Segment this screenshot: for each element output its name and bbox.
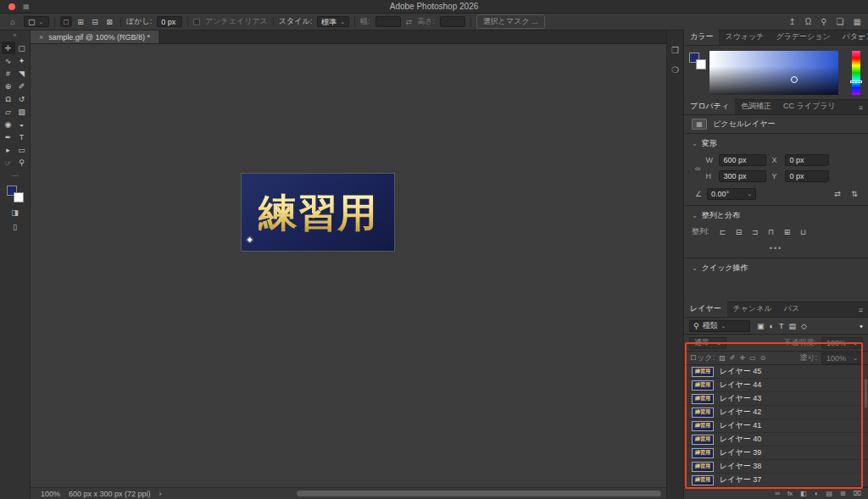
layer-group-icon[interactable]: ▤ bbox=[826, 490, 833, 497]
window-close-button[interactable] bbox=[8, 3, 15, 10]
height-input[interactable] bbox=[440, 16, 465, 27]
panel-tab[interactable]: パターン bbox=[837, 29, 868, 45]
layers-scrollbar[interactable] bbox=[865, 379, 867, 408]
canvas-image[interactable]: 練習用 ✦ bbox=[242, 174, 394, 251]
panel-tab[interactable]: カラー bbox=[684, 29, 719, 45]
layer-row[interactable]: 練習用 レイヤー 40 bbox=[684, 433, 868, 446]
dodge-tool[interactable]: ◒ bbox=[15, 118, 29, 130]
pen-tool[interactable]: ✒ bbox=[2, 130, 15, 143]
align-middle-icon[interactable]: ⊞ bbox=[782, 226, 793, 237]
filter-pixel-layers-icon[interactable]: ▣ bbox=[757, 322, 765, 330]
canvas[interactable]: 練習用 ✦ bbox=[31, 44, 666, 487]
lock-pixels-icon[interactable]: ✐ bbox=[730, 354, 736, 362]
panel-menu-icon[interactable]: ≡ bbox=[859, 34, 863, 42]
panel-tab[interactable]: チャンネル bbox=[727, 301, 778, 317]
more-options-icon[interactable]: ••• bbox=[692, 244, 860, 252]
layer-row[interactable]: 練習用 レイヤー 45 bbox=[684, 365, 868, 379]
color-swatches[interactable] bbox=[689, 53, 706, 69]
history-brush-tool[interactable]: ↺ bbox=[15, 92, 29, 105]
transform-section-header[interactable]: ⌄ 変形 bbox=[692, 138, 860, 149]
layer-row[interactable]: 練習用 レイヤー 44 bbox=[684, 379, 868, 392]
filter-group-layers-icon[interactable]: ▤ bbox=[788, 322, 796, 330]
blur-tool[interactable]: ◉ bbox=[2, 118, 15, 130]
background-color-swatch[interactable] bbox=[696, 59, 706, 69]
rotation-angle-field[interactable]: 0.00° ⌄ bbox=[707, 188, 756, 200]
lock-all-icon[interactable]: ⊙ bbox=[760, 354, 766, 362]
intersect-selection-icon[interactable]: ⊠ bbox=[103, 16, 115, 27]
layer-list[interactable]: 練習用 レイヤー 45 練習用 レイヤー 44 練習用 レイヤー 43 bbox=[684, 365, 868, 487]
new-selection-icon[interactable]: □ bbox=[60, 16, 72, 27]
horizontal-scrollbar[interactable] bbox=[297, 491, 661, 496]
panel-tab[interactable]: グラデーション bbox=[770, 29, 836, 45]
panel-tab[interactable]: 色調補正 bbox=[735, 98, 777, 114]
height-field[interactable]: 300 px bbox=[719, 170, 766, 182]
lock-transparency-icon[interactable]: ▨ bbox=[719, 354, 726, 362]
quick-selection-tool[interactable]: ✦ bbox=[15, 54, 29, 67]
flip-vertical-icon[interactable]: ⇅ bbox=[849, 189, 860, 200]
align-bottom-icon[interactable]: ⊔ bbox=[798, 226, 810, 237]
history-panel-icon[interactable]: ❐ bbox=[671, 46, 679, 55]
antialias-checkbox[interactable] bbox=[193, 19, 200, 25]
color-swatches[interactable] bbox=[7, 186, 24, 202]
panel-tab[interactable]: パス bbox=[778, 301, 805, 317]
filter-toggle-icon[interactable]: ● bbox=[860, 323, 863, 329]
layer-row[interactable]: 練習用 レイヤー 37 bbox=[684, 474, 868, 487]
workspace-switcher-icon[interactable]: ▦ bbox=[854, 17, 861, 26]
quick-mask-icon[interactable]: ◨ bbox=[11, 208, 19, 217]
eyedropper-tool[interactable]: ◥ bbox=[15, 67, 29, 80]
lasso-tool[interactable]: ∿ bbox=[2, 54, 15, 67]
hue-slider[interactable] bbox=[852, 51, 860, 95]
panel-menu-icon[interactable]: ≡ bbox=[859, 306, 863, 314]
hue-slider-marker[interactable] bbox=[850, 80, 862, 83]
home-icon[interactable]: ⌂ bbox=[7, 16, 19, 27]
tool-preset-picker[interactable]: ▢ ⌄ bbox=[24, 16, 49, 27]
blend-mode-dropdown[interactable]: 通常 ⌄ bbox=[689, 337, 726, 349]
style-dropdown[interactable]: 標準 ⌄ bbox=[317, 16, 349, 27]
toolbar-toggle-icon[interactable]: » bbox=[14, 31, 17, 40]
align-left-icon[interactable]: ⊏ bbox=[717, 226, 729, 237]
zoom-level[interactable]: 100% bbox=[41, 490, 60, 498]
opacity-field[interactable]: 100% ⌄ bbox=[821, 337, 863, 349]
close-tab-icon[interactable]: × bbox=[39, 33, 43, 42]
layer-row[interactable]: 練習用 レイヤー 38 bbox=[684, 460, 868, 474]
share-icon[interactable]: ↥ bbox=[788, 17, 795, 26]
gradient-tool[interactable]: ▧ bbox=[15, 105, 29, 118]
add-to-selection-icon[interactable]: ⊞ bbox=[75, 16, 86, 27]
layer-row[interactable]: 練習用 レイヤー 43 bbox=[684, 392, 868, 406]
brush-tool[interactable]: ✐ bbox=[15, 80, 29, 92]
align-top-icon[interactable]: ⊓ bbox=[765, 226, 777, 237]
feather-input[interactable]: 0 px bbox=[157, 16, 182, 27]
eraser-tool[interactable]: ▱ bbox=[2, 105, 15, 118]
status-chevron-icon[interactable]: › bbox=[159, 490, 162, 498]
width-input[interactable] bbox=[376, 16, 401, 27]
filter-adjustment-layers-icon[interactable]: ◐ bbox=[770, 322, 774, 330]
comments-panel-icon[interactable]: ❍ bbox=[671, 65, 679, 75]
clone-stamp-tool[interactable]: Ω bbox=[2, 92, 15, 105]
layer-row[interactable]: 練習用 レイヤー 41 bbox=[684, 419, 868, 433]
align-right-icon[interactable]: ⊐ bbox=[749, 226, 761, 237]
crop-tool[interactable]: # bbox=[2, 67, 15, 80]
exchange-dimensions-icon[interactable]: ⇄ bbox=[406, 18, 413, 26]
zoom-tool[interactable]: ⚲ bbox=[15, 156, 29, 169]
layer-effects-icon[interactable]: fx bbox=[787, 490, 793, 497]
x-field[interactable]: 0 px bbox=[785, 154, 829, 166]
align-section-header[interactable]: ⌄ 整列と分布 bbox=[692, 210, 860, 221]
edit-toolbar-icon[interactable]: ⋯ bbox=[12, 172, 19, 180]
panel-tab[interactable]: CC ライブラリ bbox=[777, 98, 842, 114]
delete-layer-icon[interactable]: ⌧ bbox=[854, 490, 861, 497]
saturation-brightness-field[interactable] bbox=[709, 51, 838, 95]
width-field[interactable]: 600 px bbox=[719, 154, 766, 166]
lock-position-icon[interactable]: ✛ bbox=[739, 354, 745, 362]
hand-tool[interactable]: ☞ bbox=[2, 156, 15, 169]
layer-mask-icon[interactable]: ◧ bbox=[800, 490, 807, 497]
adjustment-layer-icon[interactable]: ◐ bbox=[815, 490, 819, 497]
screen-mode-icon[interactable]: ▯ bbox=[13, 223, 17, 231]
filter-type-layers-icon[interactable]: T bbox=[779, 322, 784, 330]
media-browser-icon[interactable]: ❏ bbox=[837, 17, 844, 26]
path-selection-tool[interactable]: ▸ bbox=[2, 143, 15, 156]
rectangle-tool[interactable]: ▭ bbox=[15, 143, 29, 156]
panel-tab[interactable]: プロパティ bbox=[684, 98, 735, 114]
align-center-h-icon[interactable]: ⊟ bbox=[733, 226, 745, 237]
lock-artboard-icon[interactable]: ▭ bbox=[749, 354, 756, 362]
move-tool[interactable]: ✛ bbox=[2, 42, 15, 54]
